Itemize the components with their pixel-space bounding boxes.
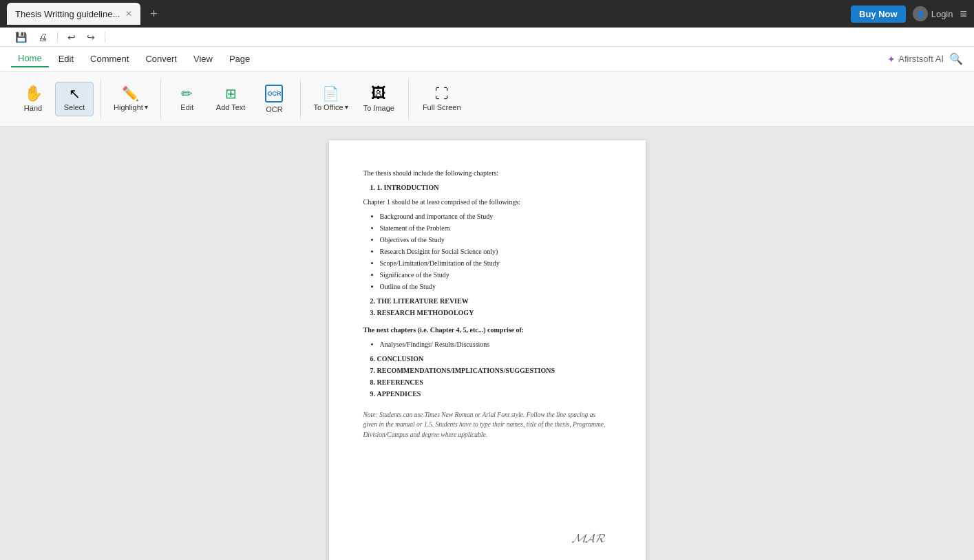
menu-home[interactable]: Home [11,50,49,67]
add-text-icon: ⊞ [225,87,237,100]
ribbon-sep-2 [160,78,161,120]
edit-tool-button[interactable]: ✏ Edit [168,83,207,116]
pdf-chapter-list-3: CONCLUSION RECOMMENDATIONS/IMPLICATIONS/… [377,354,611,399]
menu-comment[interactable]: Comment [83,51,136,67]
save-button[interactable]: 💾 [11,30,31,44]
to-office-dropdown-icon: ▾ [345,103,348,111]
pdf-next-bullets: Analyses/Findings/ Results/Discussions [380,339,611,349]
hand-tool-button[interactable]: ✋ Hand [14,82,52,116]
browser-chrome: Thesis Writting guideline... ✕ + Buy Now… [0,0,974,28]
user-avatar: 👤 [913,6,928,21]
hand-icon: ✋ [24,86,43,101]
buy-now-button[interactable]: Buy Now [851,6,906,23]
redo-button[interactable]: ↪ [83,30,99,44]
to-image-button[interactable]: 🖼 To Image [357,82,401,116]
pdf-chapter9: APPENDICES [377,389,611,399]
select-tool-button[interactable]: ↖ Select [55,82,94,116]
ocr-button[interactable]: OCR OCR [255,80,293,118]
pdf-chapter2: THE LITERATURE REVIEW [377,296,611,306]
undo-icon: ↩ [67,32,76,43]
ribbon-sep-1 [100,78,101,120]
highlight-dropdown-icon: ▾ [145,103,148,111]
pdf-chapter1-bullets: Background and importance of the Study S… [380,211,611,292]
pdf-intro-text: The thesis should include the following … [363,168,611,178]
menu-bar: Home Edit Comment Convert View Page ✦ Af… [0,47,974,72]
select-cursor-icon: ↖ [69,87,81,100]
to-office-icon: 📄 [322,87,339,100]
quick-access-toolbar: 💾 🖨 ↩ ↪ [0,28,974,47]
undo-button[interactable]: ↩ [63,30,80,44]
ai-button[interactable]: ✦ Afirstsoft AI [887,54,944,65]
list-item: Significance of the Study [380,270,611,280]
search-button[interactable]: 🔍 [949,52,963,65]
pdf-chapter7: RECOMMENDATIONS/IMPLICATIONS/SUGGESTIONS [377,365,611,376]
ribbon-sep-4 [408,78,409,120]
add-text-button[interactable]: ⊞ Add Text [209,83,253,116]
ocr-icon: OCR [265,85,283,103]
pdf-signature: 𝓜𝓐𝓡 [572,529,604,548]
pdf-chapter-list: 1. INTRODUCTION [377,182,611,193]
ribbon-sep-3 [300,78,301,120]
search-icon: 🔍 [949,53,963,65]
tab-close-icon[interactable]: ✕ [125,9,132,19]
highlight-tool-button[interactable]: ✏️ Highlight ▾ [108,83,153,116]
full-screen-button[interactable]: ⛶ Full Screen [416,83,468,116]
pdf-viewer[interactable]: The thesis should include the following … [0,127,974,560]
redo-icon: ↪ [87,32,95,43]
pdf-chapter6: CONCLUSION [377,354,611,364]
ribbon-toolbar: ✋ Hand ↖ Select ✏️ Highlight ▾ ✏ Edit ⊞ … [0,72,974,127]
sparkle-icon: ✦ [887,54,896,65]
menu-view[interactable]: View [187,51,220,67]
menu-right: ✦ Afirstsoft AI 🔍 [887,52,963,65]
highlight-icon: ✏️ [122,87,139,100]
print-button[interactable]: 🖨 [34,30,52,44]
edit-icon: ✏ [181,87,193,100]
browser-menu-button[interactable]: ≡ [960,7,967,21]
menu-page[interactable]: Page [222,51,257,67]
main-area: The thesis should include the following … [0,127,974,560]
full-screen-icon: ⛶ [435,87,449,100]
menu-edit[interactable]: Edit [52,51,81,67]
browser-actions: Buy Now 👤 Login ≡ [851,6,967,23]
toolbar-divider [57,32,58,43]
list-item: Analyses/Findings/ Results/Discussions [380,339,611,349]
pdf-chapter1-desc: Chapter 1 should be at least comprised o… [363,197,611,207]
pdf-note: Note: Students can use Times New Roman o… [363,410,611,440]
to-image-icon: 🖼 [371,86,386,101]
list-item: Research Desigint for Social Science onl… [380,246,611,257]
save-icon: 💾 [15,32,27,43]
list-item: Statement of the Problem [380,223,611,233]
print-icon: 🖨 [38,32,47,43]
toolbar-divider2 [105,32,105,43]
list-item: Background and importance of the Study [380,211,611,222]
to-office-button[interactable]: 📄 To Office ▾ [308,83,353,116]
menu-convert[interactable]: Convert [138,51,184,67]
list-item: Objectives of the Study [380,235,611,245]
pdf-page: The thesis should include the following … [329,140,646,560]
pdf-next-chapters-text: The next chapters (i.e. Chapter 4, 5, et… [363,325,611,335]
tab-title: Thesis Writting guideline... [15,9,120,19]
tab-bar: Thesis Writting guideline... ✕ + [7,3,845,25]
pdf-chapter8: REFERENCES [377,377,611,387]
pdf-chapter-list-2: THE LITERATURE REVIEW RESEARCH METHODOLO… [377,296,611,318]
active-tab[interactable]: Thesis Writting guideline... ✕ [7,3,140,25]
pdf-chapter3: RESEARCH METHODOLOGY [377,308,611,318]
list-item: Scope/Limitation/Delimitation of the Stu… [380,258,611,268]
list-item: Outline of the Study [380,281,611,292]
pdf-chapter1: 1. INTRODUCTION [377,182,611,193]
login-button[interactable]: 👤 Login [913,6,953,21]
new-tab-button[interactable]: + [145,4,163,24]
